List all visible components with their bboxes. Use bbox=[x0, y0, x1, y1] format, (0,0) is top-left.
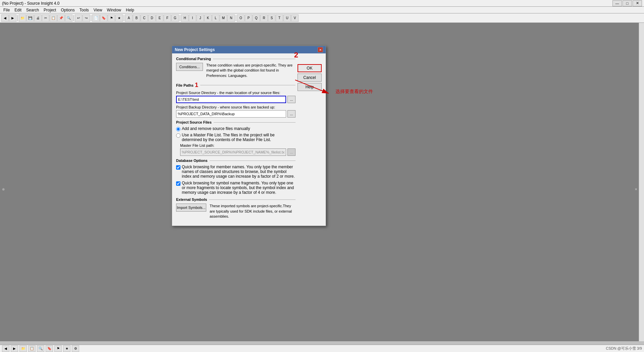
menu-window[interactable]: Window bbox=[105, 7, 123, 13]
menu-tools[interactable]: Tools bbox=[77, 7, 91, 13]
dialog-title: New Project Settings bbox=[175, 47, 215, 52]
menu-edit[interactable]: Edit bbox=[12, 7, 23, 13]
toolbar-btn21[interactable]: H bbox=[181, 14, 189, 22]
dialog-content: 2 OK Cancel Help Conditional Parsing Con… bbox=[172, 53, 326, 226]
toolbar-btn19[interactable]: F bbox=[164, 14, 171, 22]
checkbox-member-names-input[interactable] bbox=[176, 165, 180, 170]
toolbar-btn3[interactable]: 🖨 bbox=[34, 14, 42, 22]
maximize-button[interactable]: □ bbox=[623, 0, 632, 6]
file-paths-section: File Paths 1 Project Source Directory - … bbox=[176, 82, 296, 118]
toolbar-btn4[interactable]: ✂ bbox=[42, 14, 49, 22]
menu-file[interactable]: File bbox=[1, 7, 12, 13]
toolbar-btn15[interactable]: B bbox=[133, 14, 140, 22]
title-bar-controls: — □ ✕ bbox=[612, 0, 642, 6]
toolbar-btn27[interactable]: N bbox=[227, 14, 235, 22]
toolbar-btn13[interactable]: ★ bbox=[115, 14, 123, 22]
close-button[interactable]: ✕ bbox=[633, 0, 642, 6]
toolbar-btn17[interactable]: D bbox=[148, 14, 156, 22]
toolbar-btn23[interactable]: J bbox=[197, 14, 204, 22]
conditional-parsing-content: Conditions... These condition values are… bbox=[176, 63, 296, 78]
toolbar-btn34[interactable]: U bbox=[283, 14, 291, 22]
ok-button[interactable]: OK bbox=[298, 64, 322, 72]
step2-annotation: 2 bbox=[294, 51, 298, 59]
status-btn2[interactable]: 📋 bbox=[28, 345, 36, 352]
toolbar-btn26[interactable]: M bbox=[220, 14, 227, 22]
import-symbols-button[interactable]: Import Symbols... bbox=[176, 204, 206, 212]
conditional-parsing-description: These condition values are project-speci… bbox=[206, 63, 296, 78]
source-dir-row: ... bbox=[176, 96, 296, 103]
menu-project[interactable]: Project bbox=[42, 7, 58, 13]
master-file-input[interactable] bbox=[180, 148, 286, 156]
checkbox-symbol-fragments-input[interactable] bbox=[176, 181, 180, 186]
toolbar-btn18[interactable]: E bbox=[156, 14, 163, 22]
source-dir-input[interactable] bbox=[176, 96, 286, 103]
backup-dir-browse-button[interactable]: ... bbox=[287, 110, 296, 118]
toolbar-btn31[interactable]: R bbox=[260, 14, 268, 22]
toolbar-btn7[interactable]: 🔍 bbox=[65, 14, 72, 22]
toolbar-btn12[interactable]: ⚑ bbox=[108, 14, 115, 22]
app-title: (No Project) - Source Insight 4.0 bbox=[2, 1, 59, 6]
toolbar-sep6 bbox=[236, 15, 236, 21]
menu-view[interactable]: View bbox=[92, 7, 104, 13]
status-btn7[interactable]: ⚙ bbox=[72, 345, 79, 352]
toolbar-sep3 bbox=[91, 15, 91, 21]
dialog-title-bar: New Project Settings ✕ bbox=[172, 46, 326, 53]
toolbar-btn1[interactable]: 📁 bbox=[19, 14, 26, 22]
toolbar-btn8[interactable]: ↩ bbox=[75, 14, 82, 22]
toolbar-btn30[interactable]: Q bbox=[253, 14, 260, 22]
external-symbols-label: External Symbols bbox=[176, 197, 296, 202]
scrollbar-vertical[interactable] bbox=[639, 23, 644, 341]
toolbar-btn32[interactable]: S bbox=[268, 14, 275, 22]
minimize-button[interactable]: — bbox=[612, 0, 622, 6]
help-button[interactable]: Help bbox=[298, 83, 322, 91]
backup-dir-input[interactable] bbox=[176, 110, 286, 118]
checkbox-symbol-fragments-label: Quick browsing for symbol name fragments… bbox=[182, 181, 296, 195]
status-btn6[interactable]: ★ bbox=[63, 345, 70, 352]
backup-dir-label: Project Backup Directory - where source … bbox=[176, 105, 296, 109]
toolbar-btn29[interactable]: P bbox=[245, 14, 252, 22]
conditions-button[interactable]: Conditions... bbox=[176, 63, 203, 71]
toolbar-btn33[interactable]: T bbox=[276, 14, 283, 22]
status-forward-btn[interactable]: ▶ bbox=[11, 345, 18, 352]
toolbar-btn14[interactable]: A bbox=[125, 14, 132, 22]
menu-help[interactable]: Help bbox=[124, 7, 136, 13]
status-btn4[interactable]: 🔖 bbox=[46, 345, 53, 352]
toolbar-btn6[interactable]: 📌 bbox=[57, 14, 65, 22]
cancel-button[interactable]: Cancel bbox=[298, 74, 322, 82]
toolbar-sep1 bbox=[17, 15, 18, 21]
master-file-path-section: Master File List path: ... bbox=[180, 143, 296, 156]
title-bar: (No Project) - Source Insight 4.0 — □ ✕ bbox=[0, 0, 644, 7]
toolbar-sep2 bbox=[73, 15, 74, 21]
status-btn3[interactable]: 🔍 bbox=[37, 345, 44, 352]
status-btn5[interactable]: ⚑ bbox=[54, 345, 62, 352]
toolbar-btn9[interactable]: ↪ bbox=[83, 14, 90, 22]
toolbar-forward[interactable]: ▶ bbox=[9, 14, 16, 22]
toolbar-btn28[interactable]: O bbox=[237, 14, 245, 22]
menu-search[interactable]: Search bbox=[24, 7, 41, 13]
menu-options[interactable]: Options bbox=[59, 7, 76, 13]
menu-bar: File Edit Search Project Options Tools V… bbox=[0, 7, 644, 13]
dialog-close-button[interactable]: ✕ bbox=[318, 47, 323, 52]
toolbar-back[interactable]: ◀ bbox=[1, 14, 9, 22]
master-file-browse-button[interactable]: ... bbox=[287, 148, 296, 156]
toolbar-btn20[interactable]: G bbox=[171, 14, 179, 22]
toolbar-btn16[interactable]: C bbox=[141, 14, 148, 22]
conditional-parsing-label: Conditional Parsing bbox=[176, 57, 296, 61]
status-back-btn[interactable]: ◀ bbox=[2, 345, 9, 352]
new-project-settings-dialog: New Project Settings ✕ 2 OK Cancel Help … bbox=[172, 46, 326, 226]
toolbar-btn10[interactable]: 📄 bbox=[92, 14, 100, 22]
source-dir-label: Project Source Directory - the main loca… bbox=[176, 91, 296, 95]
radio-masterfile-input[interactable] bbox=[176, 133, 180, 138]
toolbar-btn35[interactable]: V bbox=[291, 14, 299, 22]
step1-annotation: 1 bbox=[195, 82, 198, 89]
toolbar-btn24[interactable]: K bbox=[204, 14, 212, 22]
toolbar-btn5[interactable]: 📋 bbox=[50, 14, 57, 22]
toolbar-btn11[interactable]: 🔖 bbox=[100, 14, 107, 22]
toolbar-btn2[interactable]: 💾 bbox=[26, 14, 34, 22]
source-dir-browse-button[interactable]: ... bbox=[287, 96, 296, 103]
radio-manual-input[interactable] bbox=[176, 127, 180, 131]
toolbar-btn25[interactable]: L bbox=[212, 14, 219, 22]
toolbar-btn22[interactable]: I bbox=[189, 14, 196, 22]
database-options-label: Database Options bbox=[176, 159, 296, 163]
status-btn1[interactable]: 📁 bbox=[19, 345, 27, 352]
